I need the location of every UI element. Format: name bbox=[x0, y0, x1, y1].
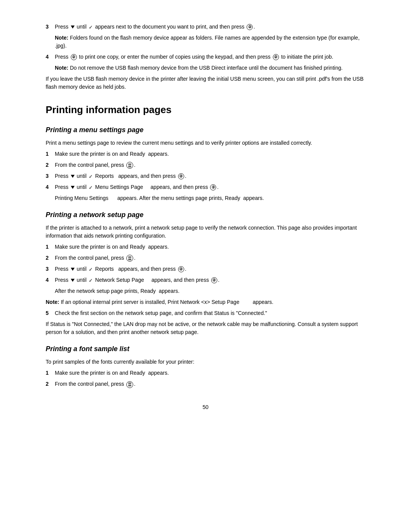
down-arrow-icon bbox=[71, 279, 75, 282]
step-content: Press ② to print one copy, or enter the … bbox=[55, 53, 365, 61]
note-label-3: Note: bbox=[46, 299, 59, 305]
note-text-2: Do not remove the USB flash memory devic… bbox=[70, 65, 343, 71]
section1-heading: Printing a menu settings page bbox=[46, 125, 365, 135]
step-num: 2 bbox=[46, 254, 53, 262]
step-num: 4 bbox=[46, 183, 53, 191]
section2-step-4: 4 Press until ✓ Network Setup Page appea… bbox=[46, 276, 365, 284]
section2-para2: If Status is "Not Connected," the LAN dr… bbox=[46, 320, 365, 336]
section1-step-1: 1 Make sure the printer is on and Ready … bbox=[46, 150, 365, 158]
select-icon: ② bbox=[210, 184, 216, 190]
section3-intro: To print samples of the fonts currently … bbox=[46, 358, 365, 366]
menu-icon bbox=[126, 381, 133, 388]
section1-intro: Print a menu settings page to review the… bbox=[46, 139, 365, 147]
step-num: 5 bbox=[46, 309, 53, 317]
note-text: Folders found on the flash memory device… bbox=[55, 35, 360, 49]
main-heading: Printing information pages bbox=[46, 102, 365, 117]
step-content: Make sure the printer is on and Ready ap… bbox=[55, 369, 365, 377]
step-num: 3 bbox=[46, 172, 53, 180]
step-num: 4 bbox=[46, 276, 53, 284]
step-content: Press until ✓ Reports appears, and then … bbox=[55, 172, 365, 180]
down-arrow-icon bbox=[71, 175, 75, 178]
check-icon: ✓ bbox=[89, 266, 93, 273]
note-label: Note: bbox=[55, 35, 68, 41]
step-num: 2 bbox=[46, 380, 53, 388]
section2-intro: If the printer is attached to a network,… bbox=[46, 224, 365, 240]
menu-icon bbox=[126, 255, 133, 262]
select-icon: ② bbox=[71, 54, 77, 60]
step-content: Make sure the printer is on and Ready ap… bbox=[55, 150, 365, 158]
section1-step-3: 3 Press until ✓ Reports appears, and the… bbox=[46, 172, 365, 180]
section2-step-2: 2 From the control panel, press . bbox=[46, 254, 365, 262]
section3-step-2: 2 From the control panel, press . bbox=[46, 380, 365, 388]
down-arrow-icon bbox=[71, 26, 75, 29]
section3-heading: Printing a font sample list bbox=[46, 344, 365, 354]
step-num: 4 bbox=[46, 53, 53, 61]
section1-step-2: 2 From the control panel, press . bbox=[46, 161, 365, 169]
page-number: 50 bbox=[46, 403, 365, 411]
select-icon: ② bbox=[247, 24, 253, 30]
menu-icon bbox=[126, 162, 133, 169]
section2-substep1: After the network setup page prints, Rea… bbox=[55, 287, 365, 295]
check-icon: ✓ bbox=[89, 173, 93, 181]
note-block-2: Note: Do not remove the USB flash memory… bbox=[55, 64, 365, 72]
step-num: 1 bbox=[46, 243, 53, 251]
section1-substep: Printing Menu Settings appears. After th… bbox=[55, 194, 365, 202]
down-arrow-icon bbox=[71, 186, 75, 189]
note-block-1: Note: Folders found on the flash memory … bbox=[55, 34, 365, 50]
check-icon: ✓ bbox=[89, 277, 93, 284]
step-num: 3 bbox=[46, 265, 53, 273]
reports-label: Reports bbox=[95, 173, 114, 179]
step-content: From the control panel, press . bbox=[55, 161, 365, 169]
section2-step-1: 1 Make sure the printer is on and Ready … bbox=[46, 243, 365, 251]
step-num: 1 bbox=[46, 369, 53, 377]
section2-heading: Printing a network setup page bbox=[46, 210, 365, 220]
step-content: Press until ✓ Menu Settings Page appears… bbox=[55, 183, 365, 191]
step-num: 2 bbox=[46, 161, 53, 169]
intro-step-3: 3 Press until ✓ appears next to the docu… bbox=[46, 23, 365, 31]
step-num: 3 bbox=[46, 23, 53, 31]
step-content: Check the first section on the network s… bbox=[55, 309, 365, 317]
step-content: Press until ✓ Network Setup Page appears… bbox=[55, 276, 365, 284]
check-icon: ✓ bbox=[89, 184, 93, 192]
step-content: Make sure the printer is on and Ready ap… bbox=[55, 243, 365, 251]
section2-note: Note: If an optional internal print serv… bbox=[46, 298, 365, 306]
section2-step-3: 3 Press until ✓ Reports appears, and the… bbox=[46, 265, 365, 273]
check-icon: ✓ bbox=[89, 24, 93, 31]
step-content: From the control panel, press . bbox=[55, 254, 365, 262]
reports-label-2: Reports bbox=[95, 266, 114, 272]
note-text-3: If an optional internal print server is … bbox=[61, 299, 274, 305]
section3-step-1: 1 Make sure the printer is on and Ready … bbox=[46, 369, 365, 377]
step-content: From the control panel, press . bbox=[55, 380, 365, 388]
select-icon-2: ② bbox=[273, 54, 279, 60]
select-icon: ② bbox=[178, 173, 184, 179]
step-num: 1 bbox=[46, 150, 53, 158]
step-content: Press until ✓ appears next to the docume… bbox=[55, 23, 365, 31]
section1-step-4: 4 Press until ✓ Menu Settings Page appea… bbox=[46, 183, 365, 191]
page-content: 3 Press until ✓ appears next to the docu… bbox=[46, 23, 365, 411]
select-icon: ② bbox=[211, 277, 217, 283]
select-icon: ② bbox=[178, 266, 184, 272]
section2-step-5: 5 Check the first section on the network… bbox=[46, 309, 365, 317]
step-content: Press until ✓ Reports appears, and then … bbox=[55, 265, 365, 273]
intro-step-4: 4 Press ② to print one copy, or enter th… bbox=[46, 53, 365, 61]
note-label-2: Note: bbox=[55, 65, 68, 71]
down-arrow-icon bbox=[71, 268, 75, 271]
intro-para-1: If you leave the USB flash memory device… bbox=[46, 75, 365, 91]
